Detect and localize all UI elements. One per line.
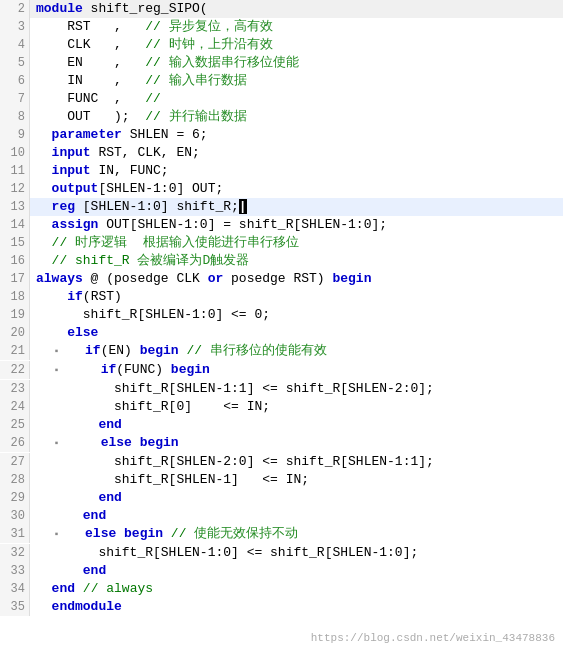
line-number: 31 [0, 525, 30, 543]
line-content: assign OUT[SHLEN-1:0] = shift_R[SHLEN-1:… [30, 216, 563, 234]
line-number: 23 [0, 380, 30, 398]
code-line-33: 33 end [0, 562, 563, 580]
code-line-19: 19 shift_R[SHLEN-1:0] <= 0; [0, 306, 563, 324]
line-content: EN , // 输入数据串行移位使能 [30, 54, 563, 72]
line-number: 20 [0, 324, 30, 342]
line-content: ▪ if(FUNC) begin [30, 361, 563, 380]
line-content: shift_R[SHLEN-1:0] <= shift_R[SHLEN-1:0]… [30, 544, 563, 562]
line-number: 28 [0, 471, 30, 489]
code-line-34: 34 end // always [0, 580, 563, 598]
code-line-6: 6 IN , // 输入串行数据 [0, 72, 563, 90]
line-number: 13 [0, 198, 30, 216]
line-content: shift_R[SHLEN-2:0] <= shift_R[SHLEN-1:1]… [30, 453, 563, 471]
code-line-29: 29 end [0, 489, 563, 507]
code-line-13: 13 reg [SHLEN-1:0] shift_R;| [0, 198, 563, 216]
line-content: end [30, 489, 563, 507]
code-lines: 2module shift_reg_SIPO(3 RST , // 异步复位，高… [0, 0, 563, 616]
line-content: RST , // 异步复位，高有效 [30, 18, 563, 36]
code-line-31: 31 ▪ else begin // 使能无效保持不动 [0, 525, 563, 544]
code-line-2: 2module shift_reg_SIPO( [0, 0, 563, 18]
line-number: 11 [0, 162, 30, 180]
code-line-22: 22 ▪ if(FUNC) begin [0, 361, 563, 380]
line-content: IN , // 输入串行数据 [30, 72, 563, 90]
line-number: 33 [0, 562, 30, 580]
line-number: 21 [0, 342, 30, 360]
line-content: if(RST) [30, 288, 563, 306]
code-line-24: 24 shift_R[0] <= IN; [0, 398, 563, 416]
line-content: ▪ else begin // 使能无效保持不动 [30, 525, 563, 544]
line-content: end [30, 562, 563, 580]
code-line-18: 18 if(RST) [0, 288, 563, 306]
code-line-21: 21 ▪ if(EN) begin // 串行移位的使能有效 [0, 342, 563, 361]
line-number: 2 [0, 0, 30, 18]
line-number: 34 [0, 580, 30, 598]
line-number: 7 [0, 90, 30, 108]
code-line-11: 11 input IN, FUNC; [0, 162, 563, 180]
line-content: input IN, FUNC; [30, 162, 563, 180]
line-content: // 时序逻辑 根据输入使能进行串行移位 [30, 234, 563, 252]
line-content: parameter SHLEN = 6; [30, 126, 563, 144]
code-line-9: 9 parameter SHLEN = 6; [0, 126, 563, 144]
line-content: shift_R[SHLEN-1:0] <= 0; [30, 306, 563, 324]
code-line-20: 20 else [0, 324, 563, 342]
line-content: shift_R[SHLEN-1] <= IN; [30, 471, 563, 489]
code-line-7: 7 FUNC , // [0, 90, 563, 108]
line-number: 18 [0, 288, 30, 306]
line-number: 29 [0, 489, 30, 507]
line-content: ▪ if(EN) begin // 串行移位的使能有效 [30, 342, 563, 361]
line-content: input RST, CLK, EN; [30, 144, 563, 162]
line-content: end [30, 416, 563, 434]
code-line-3: 3 RST , // 异步复位，高有效 [0, 18, 563, 36]
code-line-16: 16 // shift_R 会被编译为D触发器 [0, 252, 563, 270]
line-number: 15 [0, 234, 30, 252]
code-line-26: 26 ▪ else begin [0, 434, 563, 453]
line-number: 35 [0, 598, 30, 616]
line-number: 5 [0, 54, 30, 72]
line-number: 14 [0, 216, 30, 234]
line-content: ▪ else begin [30, 434, 563, 453]
line-content: CLK , // 时钟，上升沿有效 [30, 36, 563, 54]
code-line-5: 5 EN , // 输入数据串行移位使能 [0, 54, 563, 72]
line-content: else [30, 324, 563, 342]
code-line-27: 27 shift_R[SHLEN-2:0] <= shift_R[SHLEN-1… [0, 453, 563, 471]
line-number: 4 [0, 36, 30, 54]
line-content: module shift_reg_SIPO( [30, 0, 563, 18]
line-number: 6 [0, 72, 30, 90]
line-content: shift_R[0] <= IN; [30, 398, 563, 416]
line-content: endmodule [30, 598, 563, 616]
line-content: OUT ); // 并行输出数据 [30, 108, 563, 126]
code-line-17: 17always @ (posedge CLK or posedge RST) … [0, 270, 563, 288]
line-number: 30 [0, 507, 30, 525]
line-number: 10 [0, 144, 30, 162]
line-number: 32 [0, 544, 30, 562]
line-number: 24 [0, 398, 30, 416]
line-number: 26 [0, 434, 30, 452]
line-number: 25 [0, 416, 30, 434]
code-line-32: 32 shift_R[SHLEN-1:0] <= shift_R[SHLEN-1… [0, 544, 563, 562]
line-number: 27 [0, 453, 30, 471]
code-line-28: 28 shift_R[SHLEN-1] <= IN; [0, 471, 563, 489]
line-number: 3 [0, 18, 30, 36]
line-content: always @ (posedge CLK or posedge RST) be… [30, 270, 563, 288]
code-line-15: 15 // 时序逻辑 根据输入使能进行串行移位 [0, 234, 563, 252]
line-content: reg [SHLEN-1:0] shift_R;| [30, 198, 563, 216]
line-number: 16 [0, 252, 30, 270]
code-line-8: 8 OUT ); // 并行输出数据 [0, 108, 563, 126]
code-line-35: 35 endmodule [0, 598, 563, 616]
line-content: end [30, 507, 563, 525]
code-line-25: 25 end [0, 416, 563, 434]
code-line-23: 23 shift_R[SHLEN-1:1] <= shift_R[SHLEN-2… [0, 380, 563, 398]
line-content: FUNC , // [30, 90, 563, 108]
code-line-12: 12 output[SHLEN-1:0] OUT; [0, 180, 563, 198]
line-number: 12 [0, 180, 30, 198]
line-number: 8 [0, 108, 30, 126]
code-line-4: 4 CLK , // 时钟，上升沿有效 [0, 36, 563, 54]
watermark: https://blog.csdn.net/weixin_43478836 [311, 632, 555, 644]
line-number: 22 [0, 361, 30, 379]
code-line-10: 10 input RST, CLK, EN; [0, 144, 563, 162]
code-line-14: 14 assign OUT[SHLEN-1:0] = shift_R[SHLEN… [0, 216, 563, 234]
line-content: end // always [30, 580, 563, 598]
line-content: output[SHLEN-1:0] OUT; [30, 180, 563, 198]
line-number: 19 [0, 306, 30, 324]
code-editor: 2module shift_reg_SIPO(3 RST , // 异步复位，高… [0, 0, 563, 648]
